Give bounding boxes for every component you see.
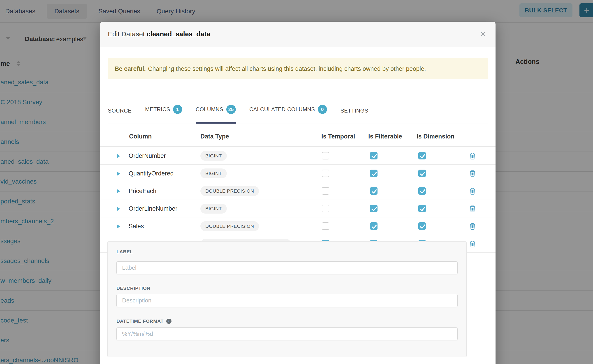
expand-caret-icon[interactable] [117, 154, 120, 158]
expand-caret-icon[interactable] [117, 207, 120, 211]
header-is-temporal: Is Temporal [321, 133, 355, 140]
column-row: OrderNumber BIGINT [100, 147, 495, 165]
columns-count-badge: 25 [226, 105, 236, 114]
data-type-pill: BIGINT [200, 151, 227, 161]
modal-title-prefix: Edit Dataset [108, 30, 145, 38]
is-filterable-checkbox[interactable] [370, 152, 377, 159]
description-input[interactable] [116, 294, 458, 307]
is-temporal-checkbox[interactable] [322, 169, 329, 177]
tab-metrics[interactable]: METRICS 1 [145, 105, 182, 124]
is-dimension-checkbox[interactable] [418, 169, 426, 177]
column-detail-panel: LABEL DESCRIPTION DATETIME FORMAT i [107, 241, 467, 357]
column-row: Sales DOUBLE PRECISION [100, 217, 495, 235]
modal-title: Edit Dataset cleaned_sales_data [108, 30, 210, 38]
header-column: Column [129, 133, 152, 140]
delete-column-icon[interactable] [469, 170, 476, 177]
is-filterable-checkbox[interactable] [370, 222, 377, 230]
label-text: DATETIME FORMAT [116, 318, 164, 324]
column-name: QuantityOrdered [129, 165, 174, 182]
is-dimension-checkbox[interactable] [418, 205, 426, 212]
warning-banner-bold: Be careful. [115, 65, 146, 72]
is-filterable-checkbox[interactable] [370, 187, 377, 195]
close-icon[interactable]: × [481, 30, 486, 39]
header-is-filterable: Is Filterable [368, 133, 402, 140]
column-row: OrderLineNumber BIGINT [100, 200, 495, 217]
column-name: OrderNumber [129, 147, 166, 165]
is-filterable-checkbox[interactable] [370, 169, 377, 177]
calculated-columns-count-badge: 0 [318, 105, 327, 114]
is-dimension-checkbox[interactable] [418, 222, 426, 230]
edit-dataset-modal: Edit Dataset cleaned_sales_data × Be car… [100, 22, 495, 364]
is-filterable-checkbox[interactable] [370, 205, 377, 212]
column-name: Sales [129, 217, 144, 235]
data-type-pill: DOUBLE PRECISION [200, 221, 259, 231]
label-text: DESCRIPTION [116, 286, 150, 291]
column-name: OrderLineNumber [129, 200, 177, 217]
expand-caret-icon[interactable] [117, 224, 120, 228]
label-text: LABEL [116, 249, 133, 254]
delete-column-icon[interactable] [469, 240, 476, 247]
header-is-dimension: Is Dimension [416, 133, 455, 140]
datetime-format-input[interactable] [116, 327, 458, 340]
tab-label: SETTINGS [341, 108, 368, 114]
column-name: PriceEach [129, 182, 156, 200]
is-dimension-checkbox[interactable] [418, 152, 426, 159]
description-field-label: DESCRIPTION [116, 286, 150, 291]
tab-label: COLUMNS [196, 106, 223, 112]
tab-settings[interactable]: SETTINGS [341, 108, 368, 124]
modal-header: Edit Dataset cleaned_sales_data × [100, 22, 495, 46]
warning-banner-text: Changing these settings will affect all … [148, 65, 426, 72]
data-type-pill: BIGINT [200, 169, 227, 178]
datetime-format-field-label: DATETIME FORMAT i [116, 318, 171, 324]
column-row: QuantityOrdered BIGINT [100, 165, 495, 182]
delete-column-icon[interactable] [469, 152, 476, 159]
info-icon[interactable]: i [166, 319, 171, 324]
expand-caret-icon[interactable] [117, 172, 120, 176]
data-type-pill: DOUBLE PRECISION [200, 186, 259, 196]
tab-label: SOURCE [108, 108, 132, 114]
delete-column-icon[interactable] [469, 223, 476, 230]
expand-caret-icon[interactable] [117, 189, 120, 193]
tab-label: CALCULATED COLUMNS [249, 106, 315, 112]
is-temporal-checkbox[interactable] [322, 205, 329, 212]
is-dimension-checkbox[interactable] [418, 187, 426, 195]
is-temporal-checkbox[interactable] [322, 152, 329, 159]
columns-table: Column Data Type Is Temporal Is Filterab… [100, 124, 495, 253]
tab-label: METRICS [145, 106, 170, 112]
column-row: PriceEach DOUBLE PRECISION [100, 182, 495, 200]
tab-source[interactable]: SOURCE [108, 108, 132, 124]
is-temporal-checkbox[interactable] [322, 187, 329, 195]
columns-table-header: Column Data Type Is Temporal Is Filterab… [100, 124, 495, 147]
data-type-pill: BIGINT [200, 204, 227, 214]
delete-column-icon[interactable] [469, 205, 476, 212]
metrics-count-badge: 1 [173, 105, 182, 114]
warning-banner: Be careful. Changing these settings will… [108, 58, 488, 79]
header-data-type: Data Type [200, 133, 229, 140]
label-input[interactable] [116, 261, 458, 274]
is-temporal-checkbox[interactable] [322, 222, 329, 230]
tab-columns[interactable]: COLUMNS 25 [196, 105, 236, 124]
delete-column-icon[interactable] [469, 187, 476, 195]
tab-calculated-columns[interactable]: CALCULATED COLUMNS 0 [249, 105, 327, 124]
label-field-label: LABEL [116, 249, 133, 254]
modal-tabs: SOURCE METRICS 1 COLUMNS 25 CALCULATED C… [108, 79, 488, 124]
modal-title-dataset-name: cleaned_sales_data [147, 30, 210, 38]
